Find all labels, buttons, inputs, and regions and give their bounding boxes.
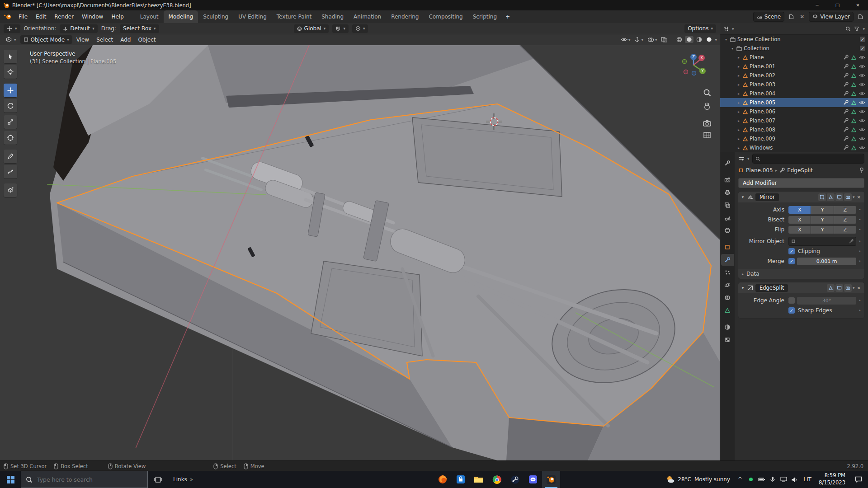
tab-output[interactable] bbox=[721, 187, 734, 198]
blender-logo-icon[interactable] bbox=[4, 14, 12, 20]
tab-physics[interactable] bbox=[721, 279, 734, 291]
decorator-dot[interactable]: • bbox=[856, 308, 863, 313]
outliner-row-plane-004[interactable]: ▸ Plane.004 bbox=[720, 89, 868, 98]
menu-render[interactable]: Render bbox=[50, 10, 78, 23]
eye-icon[interactable] bbox=[859, 127, 865, 132]
editor-type-button[interactable]: ▾ bbox=[3, 35, 19, 44]
extras-menu-icon[interactable]: ▾ bbox=[853, 286, 855, 290]
outliner-row-plane-003[interactable]: ▸ Plane.003 bbox=[720, 80, 868, 89]
merge-checkbox[interactable]: ✓ bbox=[788, 258, 795, 264]
disclosure-icon[interactable]: ▸ bbox=[736, 83, 741, 87]
outliner-row-plane-008[interactable]: ▸ Plane.008 bbox=[720, 125, 868, 134]
tab-view-layer[interactable] bbox=[721, 199, 734, 211]
store-icon[interactable] bbox=[452, 471, 470, 488]
edgesplit-panel-header[interactable]: ▾ EdgeSplit ▾ ✕ bbox=[738, 282, 864, 293]
tray-expand-chevron[interactable]: ^ bbox=[735, 476, 745, 483]
display-in-edit-mode-toggle[interactable] bbox=[827, 193, 835, 201]
eye-icon[interactable] bbox=[859, 55, 865, 60]
transform-tool[interactable] bbox=[4, 131, 17, 145]
eye-icon[interactable] bbox=[859, 82, 865, 87]
disclosure-icon[interactable]: ▸ bbox=[736, 101, 741, 105]
menu-window[interactable]: Window bbox=[78, 10, 107, 23]
eye-icon[interactable] bbox=[859, 64, 865, 69]
shading-rendered-button[interactable] bbox=[705, 36, 713, 43]
disclosure-icon[interactable]: ▸ bbox=[736, 110, 741, 114]
bisect-z-button[interactable]: Z bbox=[834, 216, 856, 224]
data-subpanel-header[interactable]: ▸ Data bbox=[738, 269, 864, 279]
disclosure-icon[interactable]: ▸ bbox=[736, 65, 741, 69]
scale-tool[interactable] bbox=[4, 115, 17, 129]
display-realtime-toggle[interactable] bbox=[835, 284, 843, 292]
tab-rendering[interactable]: Rendering bbox=[386, 10, 424, 23]
menu-file[interactable]: File bbox=[14, 10, 32, 23]
eye-icon[interactable] bbox=[859, 136, 865, 141]
network-icon[interactable] bbox=[778, 477, 789, 482]
show-gizmo-dropdown[interactable]: ▾ bbox=[633, 36, 645, 43]
flip-z-button[interactable]: Z bbox=[834, 226, 856, 234]
outliner-row-plane-001[interactable]: ▸ Plane.001 bbox=[720, 62, 868, 71]
display-in-edit-mode-toggle[interactable] bbox=[827, 284, 835, 292]
notification-center-button[interactable] bbox=[849, 476, 868, 483]
axis-z-button[interactable]: Z bbox=[834, 206, 856, 214]
exclude-checkbox[interactable]: ✓ bbox=[860, 37, 865, 42]
disclosure-icon[interactable]: ▸ bbox=[736, 137, 741, 141]
outliner-row-scene-collection[interactable]: ▾ Scene Collection ✓ bbox=[720, 35, 868, 44]
tab-modifiers[interactable] bbox=[721, 254, 734, 266]
eye-icon[interactable] bbox=[859, 91, 865, 96]
tab-object[interactable] bbox=[721, 241, 734, 253]
disclosure-icon[interactable]: ▸ bbox=[736, 56, 741, 60]
view-layer-selector[interactable]: View Layer bbox=[809, 12, 854, 22]
outliner-row-plane-009[interactable]: ▸ Plane.009 bbox=[720, 134, 868, 143]
viewport-menu-object[interactable]: Object bbox=[135, 37, 159, 43]
disclosure-icon[interactable]: ▸ bbox=[736, 92, 741, 96]
search-icon[interactable] bbox=[845, 26, 851, 32]
blender-taskbar-icon[interactable] bbox=[542, 471, 560, 488]
flip-x-button[interactable]: X bbox=[788, 226, 811, 234]
display-realtime-toggle[interactable] bbox=[835, 193, 843, 201]
remove-modifier-button[interactable]: ✕ bbox=[856, 286, 862, 291]
add-modifier-button[interactable]: Add Modifier bbox=[738, 178, 864, 188]
object-visibility-dropdown[interactable]: ▾ bbox=[619, 37, 632, 42]
expand-icon[interactable]: ▾ bbox=[741, 286, 745, 290]
decorator-dot[interactable]: • bbox=[856, 259, 863, 263]
battery-icon[interactable] bbox=[756, 477, 767, 482]
outliner-row-plane-002[interactable]: ▸ Plane.002 bbox=[720, 71, 868, 80]
display-render-toggle[interactable] bbox=[844, 284, 852, 292]
outliner-row-plane-007[interactable]: ▸ Plane.007 bbox=[720, 116, 868, 125]
expand-icon[interactable]: ▾ bbox=[741, 195, 745, 199]
move-tool[interactable] bbox=[4, 84, 17, 97]
menu-help[interactable]: Help bbox=[107, 10, 127, 23]
search-input[interactable] bbox=[36, 476, 143, 483]
tab-render[interactable] bbox=[721, 174, 734, 186]
axis-y-button[interactable]: Y bbox=[811, 206, 833, 214]
minimize-button[interactable]: ─ bbox=[807, 0, 827, 10]
scene-selector[interactable]: Scene bbox=[753, 12, 785, 22]
transform-orientation-dropdown[interactable]: Global ▾ bbox=[294, 24, 329, 33]
decorator-dot[interactable]: • bbox=[856, 298, 863, 303]
annotate-tool[interactable] bbox=[4, 150, 17, 163]
tab-texture[interactable] bbox=[721, 334, 734, 346]
cursor-tool[interactable] bbox=[4, 65, 17, 79]
disclosure-icon[interactable]: ▸ bbox=[736, 128, 741, 132]
disclosure-icon[interactable]: ▸ bbox=[736, 74, 741, 78]
bisect-x-button[interactable]: X bbox=[788, 216, 811, 224]
mirror-panel-header[interactable]: ▾ Mirror ▾ ✕ bbox=[738, 192, 864, 202]
task-view-button[interactable] bbox=[148, 471, 168, 488]
proportional-editing-toggle[interactable]: ▾ bbox=[352, 24, 368, 33]
taskbar-clock[interactable]: 8:59 PM 8/15/2023 bbox=[815, 472, 849, 486]
tab-scene[interactable] bbox=[721, 212, 734, 224]
edge-angle-field[interactable]: 30° bbox=[797, 297, 856, 305]
decorator-dot[interactable]: • bbox=[856, 207, 863, 212]
breadcrumb-object[interactable]: Plane.005 bbox=[746, 167, 773, 174]
camera-view-button[interactable] bbox=[701, 117, 713, 129]
filter-icon[interactable] bbox=[854, 26, 859, 32]
eye-icon[interactable] bbox=[859, 118, 865, 123]
remove-modifier-button[interactable]: ✕ bbox=[856, 195, 862, 200]
outliner-row-collection[interactable]: ▾ Collection ✓ bbox=[720, 44, 868, 53]
menu-edit[interactable]: Edit bbox=[32, 10, 50, 23]
clipping-checkbox[interactable]: ✓ bbox=[788, 248, 795, 254]
microphone-icon[interactable] bbox=[767, 476, 778, 483]
taskbar-search[interactable] bbox=[21, 471, 148, 488]
tab-particles[interactable] bbox=[721, 267, 734, 278]
eye-icon[interactable] bbox=[859, 73, 865, 78]
